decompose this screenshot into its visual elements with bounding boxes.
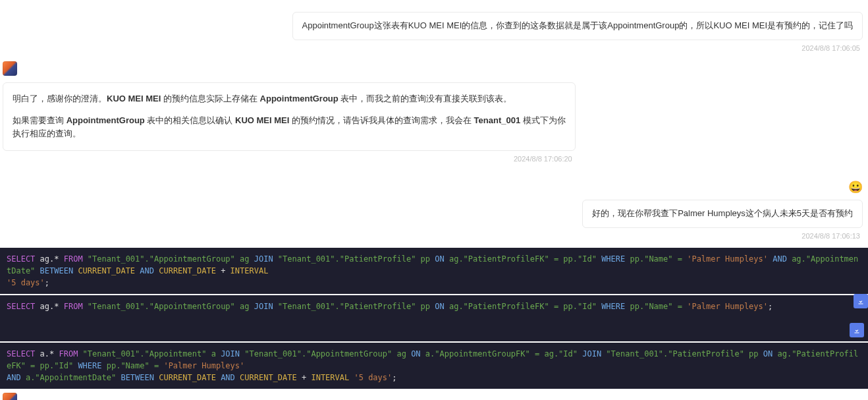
user-message-timestamp: 2024/8/8 17:06:05 xyxy=(0,43,868,59)
assistant-line2: 如果需要查询 AppointmentGroup 表中的相关信息以确认 KUO M… xyxy=(13,114,566,142)
assistant-line1: 明白了，感谢你的澄清。KUO MEI MEI 的预约信息实际上存储在 Appoi… xyxy=(13,92,566,106)
assistant-message-bubble: 明白了，感谢你的澄清。KUO MEI MEI 的预约信息实际上存储在 Appoi… xyxy=(3,82,576,151)
assistant-avatar-row-2 xyxy=(0,393,868,400)
code-section: SELECT ag.* FROM "Tenant_001"."Appointme… xyxy=(0,248,868,389)
assistant-avatar-icon xyxy=(3,61,17,76)
download-button[interactable] xyxy=(850,323,864,337)
user-message-row: AppointmentGroup这张表有KUO MEI MEI的信息，你查到的这… xyxy=(0,12,868,40)
assistant-message-timestamp: 2024/8/8 17:06:20 xyxy=(0,154,868,169)
user-message-row-2: 好的，现在你帮我查下Palmer Humpleys这个病人未来5天是否有预约 xyxy=(0,200,868,228)
sql-code-block-2: SELECT ag.* FROM "Tenant_001"."Appointme… xyxy=(0,295,868,341)
user-message-bubble: AppointmentGroup这张表有KUO MEI MEI的信息，你查到的这… xyxy=(292,12,863,40)
user-message-bubble-2: 好的，现在你帮我查下Palmer Humpleys这个病人未来5天是否有预约 xyxy=(582,200,863,228)
sql-code-block-3: SELECT a.* FROM "Tenant_001"."Appointmen… xyxy=(0,343,868,389)
user-message-text: AppointmentGroup这张表有KUO MEI MEI的信息，你查到的这… xyxy=(302,20,853,30)
assistant-avatar-icon-2 xyxy=(3,393,17,400)
download-button-edge[interactable] xyxy=(854,294,868,308)
user-avatar-icon: 😀 xyxy=(848,180,863,194)
sql-code-block-1: SELECT ag.* FROM "Tenant_001"."Appointme… xyxy=(0,248,868,294)
user-avatar-row: 😀 xyxy=(0,180,868,197)
assistant-message-row: 明白了，感谢你的澄清。KUO MEI MEI 的预约信息实际上存储在 Appoi… xyxy=(0,82,868,151)
assistant-avatar-row xyxy=(0,61,868,80)
chat-container: AppointmentGroup这张表有KUO MEI MEI的信息，你查到的这… xyxy=(0,12,868,400)
user-message-text-2: 好的，现在你帮我查下Palmer Humpleys这个病人未来5天是否有预约 xyxy=(592,208,853,218)
user-message-timestamp-2: 2024/8/8 17:06:13 xyxy=(0,231,868,246)
